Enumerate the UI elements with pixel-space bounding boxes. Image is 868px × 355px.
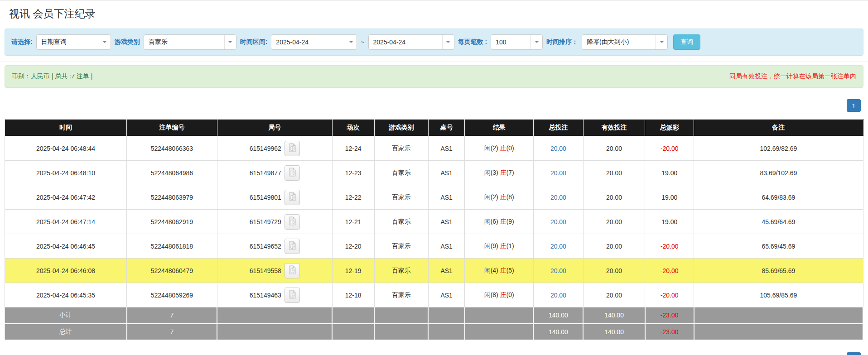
video-replay-button[interactable] — [285, 239, 300, 254]
chevron-down-icon[interactable] — [345, 35, 357, 49]
cell-payout: 19.00 — [645, 185, 694, 210]
chevron-down-icon[interactable] — [656, 35, 667, 49]
player-label: 闲 — [484, 193, 491, 201]
section-divider — [0, 62, 868, 62]
pagination-top: 1 — [5, 99, 863, 112]
pagination-bottom: 1 — [5, 352, 863, 355]
cell-bet-id: 522448066363 — [127, 136, 217, 161]
banker-label: 庄 — [500, 193, 506, 201]
cell-valid-bet: 20.00 — [583, 234, 645, 259]
game-type-select[interactable]: 百家乐 — [144, 34, 236, 50]
round-id-text: 615149962 — [250, 145, 281, 152]
cell-note: 65.69/45.69 — [694, 234, 863, 259]
records-table: 时间注单编号局号场次游戏类别桌号结果总投注有效投注总派彩备注 2025-04-2… — [5, 119, 863, 341]
total-bet-link[interactable]: 20.00 — [550, 218, 566, 225]
round-id-text: 615149463 — [250, 292, 281, 299]
video-file-icon — [287, 240, 297, 252]
cell-total-bet: 20.00 — [533, 161, 583, 185]
sum-valid-bet: 140.00 — [583, 324, 645, 340]
cell-round-id: 615149729 — [217, 210, 332, 234]
date-to-value: 2025-04-24 — [369, 38, 406, 46]
header-row: 时间注单编号局号场次游戏类别桌号结果总投注有效投注总派彩备注 — [5, 120, 863, 136]
date-to-select[interactable]: 2025-04-24 — [368, 34, 454, 50]
column-header: 结果 — [465, 120, 534, 136]
cell-valid-bet: 20.00 — [583, 210, 645, 234]
cell-session: 12-21 — [332, 210, 374, 234]
date-from-select[interactable]: 2025-04-24 — [271, 34, 357, 50]
cell-time: 2025-04-24 06:47:42 — [5, 185, 127, 210]
column-header: 有效投注 — [583, 120, 645, 136]
subtotal-row: 小计7140.00140.00-23.00 — [5, 307, 863, 324]
cell-table-no: AS1 — [428, 136, 465, 161]
game-type-label: 游戏类别 — [115, 38, 140, 46]
cell-session: 12-24 — [332, 136, 374, 161]
table-row: 2025-04-24 06:47:14522448062919615149729… — [5, 210, 863, 234]
video-replay-button[interactable] — [285, 263, 300, 278]
cell-result: 闲(8) 庄(0) — [465, 283, 534, 307]
time-range-label: 时间区间: — [240, 38, 268, 46]
cell-payout: 19.00 — [645, 210, 694, 234]
player-label: 闲 — [484, 291, 491, 298]
video-replay-button[interactable] — [285, 214, 300, 230]
cell-game-type: 百家乐 — [374, 210, 428, 234]
round-id-text: 615149877 — [250, 169, 281, 177]
page-1-button[interactable]: 1 — [847, 99, 861, 112]
page: { "page_title": "视讯 会员下注纪录", "filters": … — [0, 0, 868, 355]
cell-time: 2025-04-24 06:48:10 — [5, 161, 127, 185]
sort-order-select[interactable]: 降幂(由大到小) — [582, 34, 668, 50]
chevron-down-icon[interactable] — [530, 35, 542, 49]
cell-payout: -20.00 — [645, 259, 694, 283]
column-header: 局号 — [217, 120, 332, 136]
per-page-value: 100 — [491, 38, 506, 46]
round-id-text: 615149729 — [250, 218, 281, 225]
column-header: 总派彩 — [645, 120, 694, 136]
sort-order-value: 降幂(由大到小) — [582, 38, 629, 46]
round-id-text: 615149801 — [250, 194, 281, 201]
total-bet-link[interactable]: 20.00 — [550, 145, 566, 152]
summary-bar: 币别：人民币 | 总共 :7 注单 | 同局有效投注，统一计算在该局第一张注单内 — [5, 65, 863, 88]
cell-game-type: 百家乐 — [374, 136, 428, 161]
cell-bet-id: 522448063979 — [127, 185, 217, 210]
chevron-down-icon[interactable] — [99, 35, 111, 49]
cell-note: 102.69/82.69 — [694, 136, 863, 161]
video-replay-button[interactable] — [285, 141, 300, 156]
cell-total-bet: 20.00 — [533, 136, 583, 161]
query-type-select[interactable]: 日期查询 — [36, 34, 111, 50]
cell-note: 105.69/85.69 — [694, 283, 863, 307]
total-bet-link[interactable]: 20.00 — [550, 194, 566, 201]
sum-valid-bet: 140.00 — [583, 307, 645, 324]
search-button[interactable]: 查询 — [673, 34, 700, 50]
video-replay-button[interactable] — [285, 190, 300, 205]
column-header: 游戏类别 — [374, 120, 428, 136]
cell-time: 2025-04-24 06:48:44 — [5, 136, 127, 161]
total-bet-link[interactable]: 20.00 — [550, 292, 566, 299]
cell-table-no: AS1 — [428, 234, 465, 259]
banker-label: 庄 — [500, 218, 506, 225]
sum-count: 7 — [127, 307, 217, 324]
chevron-down-icon[interactable] — [442, 35, 454, 49]
cell-table-no: AS1 — [428, 210, 465, 234]
cell-total-bet: 20.00 — [533, 234, 583, 259]
per-page-select[interactable]: 100 — [491, 34, 543, 50]
cell-payout: -20.00 — [645, 136, 694, 161]
video-replay-button[interactable] — [285, 288, 300, 303]
query-type-label: 请选择: — [11, 38, 33, 46]
cell-valid-bet: 20.00 — [583, 136, 645, 161]
page-1-button[interactable]: 1 — [847, 352, 861, 355]
cell-game-type: 百家乐 — [374, 283, 428, 307]
round-id-text: 615149558 — [250, 267, 281, 274]
chevron-down-icon[interactable] — [224, 35, 236, 49]
total-bet-link[interactable]: 20.00 — [550, 169, 566, 177]
total-bet-link[interactable]: 20.00 — [550, 267, 566, 274]
cell-bet-id: 522448062919 — [127, 210, 217, 234]
video-replay-button[interactable] — [285, 165, 300, 181]
cell-note: 45.69/64.69 — [694, 210, 863, 234]
total-bet-link[interactable]: 20.00 — [550, 243, 566, 250]
cell-result: 闲(4) 庄(5) — [465, 259, 534, 283]
cell-total-bet: 20.00 — [533, 283, 583, 307]
cell-table-no: AS1 — [428, 283, 465, 307]
sort-order-label: 时间排序： — [546, 38, 578, 46]
table-row: 2025-04-24 06:46:45522448061818615149652… — [5, 234, 863, 259]
cell-note: 83.69/102.69 — [694, 161, 863, 185]
sum-label: 总计 — [5, 324, 127, 340]
